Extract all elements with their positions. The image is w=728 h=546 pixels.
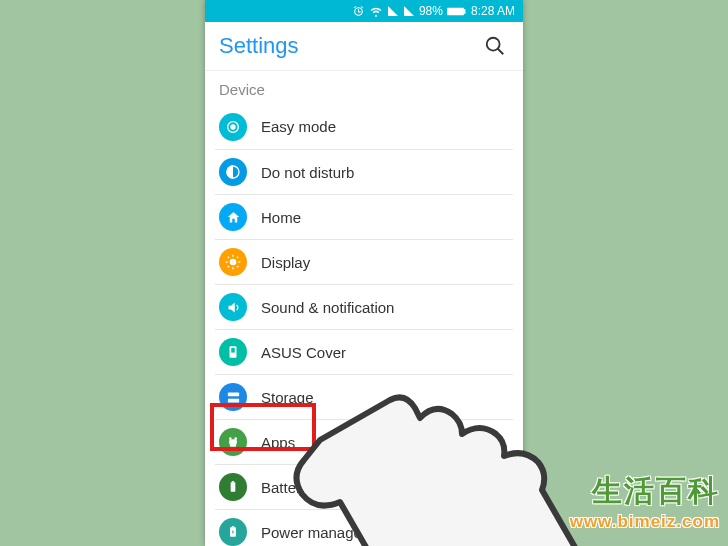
page-title: Settings: [219, 33, 481, 59]
watermark-url: www.bimeiz.com: [570, 512, 720, 532]
svg-rect-0: [447, 7, 464, 15]
battery-percentage: 98%: [419, 4, 443, 18]
svg-line-3: [498, 49, 504, 55]
watermark-logo: 生活百科: [592, 471, 720, 512]
home-icon: [219, 203, 247, 231]
row-label: Display: [261, 254, 310, 271]
row-label: Power management: [261, 524, 395, 541]
svg-rect-24: [232, 481, 234, 482]
battery-row-icon: [219, 473, 247, 501]
easy-mode-icon: [219, 113, 247, 141]
storage-icon: [219, 383, 247, 411]
wifi-icon: [369, 5, 383, 18]
app-bar: Settings: [205, 22, 523, 71]
row-battery[interactable]: Battery: [215, 464, 513, 509]
signal-2-icon: [403, 5, 415, 17]
settings-list: Easy mode Do not disturb Home Display So: [205, 104, 523, 546]
svg-rect-26: [232, 526, 234, 527]
row-label: Do not disturb: [261, 164, 354, 181]
row-label: Sound & notification: [261, 299, 394, 316]
row-label: Storage: [261, 389, 314, 406]
svg-rect-1: [464, 9, 466, 14]
svg-rect-19: [227, 398, 238, 402]
svg-line-15: [237, 257, 238, 258]
row-label: Battery: [261, 479, 309, 496]
cover-icon: [219, 338, 247, 366]
svg-rect-23: [231, 482, 236, 491]
row-storage[interactable]: Storage: [215, 374, 513, 419]
section-label-device: Device: [205, 71, 523, 104]
svg-line-14: [228, 266, 229, 267]
svg-point-7: [230, 259, 237, 266]
row-display[interactable]: Display: [215, 239, 513, 284]
power-icon: [219, 518, 247, 546]
row-power[interactable]: Power management: [215, 509, 513, 546]
sound-icon: [219, 293, 247, 321]
svg-line-12: [228, 257, 229, 258]
svg-point-4: [230, 124, 235, 129]
signal-1-icon: [387, 5, 399, 17]
row-apps[interactable]: Apps: [215, 419, 513, 464]
svg-point-2: [487, 38, 500, 51]
battery-icon: [447, 6, 467, 17]
row-dnd[interactable]: Do not disturb: [215, 149, 513, 194]
dnd-icon: [219, 158, 247, 186]
search-button[interactable]: [481, 32, 509, 60]
svg-rect-18: [227, 392, 238, 396]
row-easy-mode[interactable]: Easy mode: [215, 104, 513, 149]
search-icon: [484, 35, 506, 57]
clock-text: 8:28 AM: [471, 4, 515, 18]
row-home[interactable]: Home: [215, 194, 513, 239]
apps-icon: [219, 428, 247, 456]
row-sound[interactable]: Sound & notification: [215, 284, 513, 329]
row-label: Home: [261, 209, 301, 226]
row-label: ASUS Cover: [261, 344, 346, 361]
phone-frame: 98% 8:28 AM Settings Device Easy mode Do: [205, 0, 523, 546]
row-asus-cover[interactable]: ASUS Cover: [215, 329, 513, 374]
svg-point-22: [229, 439, 237, 443]
row-label: Apps: [261, 434, 295, 451]
alarm-icon: [352, 5, 365, 18]
status-bar: 98% 8:28 AM: [205, 0, 523, 22]
svg-line-13: [237, 266, 238, 267]
svg-rect-17: [231, 348, 235, 353]
row-label: Easy mode: [261, 118, 336, 135]
display-icon: [219, 248, 247, 276]
